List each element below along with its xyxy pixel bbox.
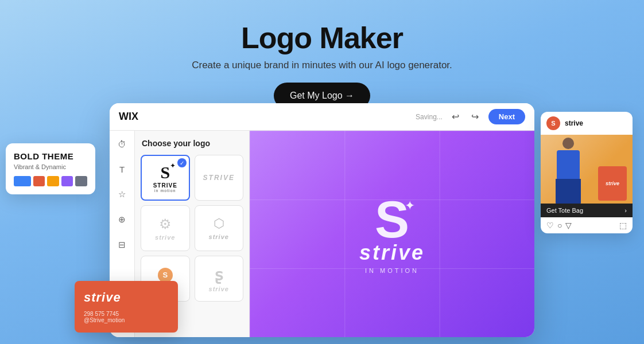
topbar-icons: ↩ ↪ <box>448 110 483 124</box>
logo-item-3[interactable]: ⚙ strive <box>141 205 190 251</box>
canvas-star-icon: ✦ <box>405 198 415 213</box>
bold-theme-card: BOLD THEME Vibrant & Dynamic <box>6 143 95 194</box>
panel-title: Choose your logo <box>141 139 243 148</box>
canvas-logo: S ✦ strive in motion <box>359 194 425 274</box>
biz-phone: 298 575 7745 <box>84 311 169 317</box>
swatch-gray[interactable] <box>75 176 87 186</box>
logo-item-1[interactable]: ✓ S ✦ strive in motion <box>141 155 190 201</box>
logo-item-2[interactable]: STRIVE <box>195 155 244 201</box>
comment-icon[interactable]: ○ <box>557 221 562 230</box>
social-image: strive <box>541 135 633 204</box>
hero-section: Logo Maker Create a unique brand in minu… <box>0 0 644 109</box>
saving-status: Saving... <box>416 113 443 121</box>
redo-button[interactable]: ↪ <box>468 110 483 124</box>
circles-icon: ⬡ <box>214 216 224 231</box>
social-header: S strive <box>541 112 633 135</box>
social-brand-name: strive <box>565 119 583 127</box>
logo-item-4[interactable]: ⬡ strive <box>195 205 244 251</box>
canvas-area[interactable]: S ✦ strive in motion <box>250 131 534 337</box>
canvas-letter-s: S <box>375 191 409 248</box>
bold-theme-title: BOLD THEME <box>14 151 87 161</box>
hero-subtitle: Create a unique brand in minutes with ou… <box>0 60 644 71</box>
heart-icon[interactable]: ♡ <box>546 221 554 230</box>
next-button[interactable]: Next <box>488 109 525 124</box>
logo-s-bold: S ✦ strive in motion <box>153 163 177 193</box>
swatch-purple[interactable] <box>61 176 73 186</box>
wix-logo: WIX <box>119 111 410 123</box>
logo4-text: strive <box>209 233 229 240</box>
swatch-blue[interactable] <box>14 176 31 186</box>
social-actions: ♡ ○ ▽ <box>546 221 572 230</box>
tote-bag: strive <box>598 166 627 201</box>
sidebar-icon-add[interactable]: ⊕ <box>115 212 130 227</box>
social-avatar: S <box>546 116 560 130</box>
bold-theme-subtitle: Vibrant & Dynamic <box>14 163 87 170</box>
swatch-amber[interactable] <box>47 176 59 186</box>
sidebar-icon-star[interactable]: ☆ <box>115 187 130 202</box>
sidebar-icon-clock[interactable]: ⏱ <box>115 136 130 151</box>
logo-item-6[interactable]: ʂ strive <box>195 256 244 302</box>
selected-check: ✓ <box>177 158 187 167</box>
logo1-brand: strive <box>153 182 177 189</box>
sidebar-icon-text[interactable]: T <box>115 162 130 177</box>
share-icon[interactable]: ▽ <box>565 221 572 230</box>
canvas-tagline: in motion <box>365 267 419 274</box>
orange-circle-icon: S <box>158 268 173 283</box>
logo3-text: strive <box>155 234 175 241</box>
logo2-text: STRIVE <box>203 174 235 182</box>
social-footer: ♡ ○ ▽ ⬚ <box>541 217 633 233</box>
logo6-alt: ʂ strive <box>209 265 229 292</box>
arrow-icon: › <box>624 207 627 214</box>
social-card: S strive strive Get Tote Bag › ♡ ○ ▽ ⬚ <box>541 112 633 233</box>
sidebar-icon-layer[interactable]: ⊟ <box>115 237 130 252</box>
social-cta[interactable]: Get Tote Bag › <box>541 204 633 217</box>
page-title: Logo Maker <box>0 21 644 55</box>
bookmark-icon[interactable]: ⬚ <box>619 221 627 230</box>
business-card: strive 298 575 7745 @Strive_motion <box>75 281 178 333</box>
swatch-red[interactable] <box>33 176 45 186</box>
color-swatches <box>14 176 87 186</box>
logo3-gear: ⚙ strive <box>155 216 175 241</box>
undo-button[interactable]: ↩ <box>448 110 463 124</box>
logo1-tagline: in motion <box>154 189 176 193</box>
logo6-text: strive <box>209 286 229 292</box>
logo4-circles: ⬡ strive <box>209 216 229 240</box>
logo-grid: ✓ S ✦ strive in motion STRIVE <box>141 155 243 302</box>
gear-icon: ⚙ <box>159 216 172 232</box>
biz-handle: @Strive_motion <box>84 317 169 323</box>
topbar: WIX Saving... ↩ ↪ Next <box>110 103 534 131</box>
biz-brand-name: strive <box>84 290 169 305</box>
social-cta-label: Get Tote Bag <box>546 207 583 214</box>
